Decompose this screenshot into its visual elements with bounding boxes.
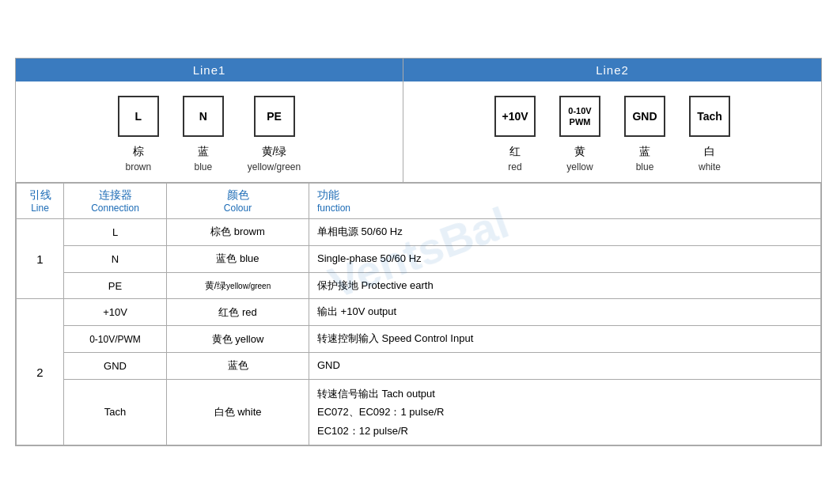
line2-header: Line2	[403, 59, 821, 81]
table-row: 1 L 棕色 browm 单相电源 50/60 Hz	[17, 219, 821, 246]
connector-box-PWM: 0-10VPWM	[559, 96, 600, 137]
main-container: Line1 L 棕 brown N 蓝 blue	[15, 58, 822, 446]
td-conn-pwm: 0-10V/PWM	[64, 326, 167, 353]
th-func-en: function	[317, 203, 812, 214]
line2-label: Line2	[596, 63, 629, 77]
connector-N: N 蓝 blue	[183, 96, 224, 182]
table-row: 0-10V/PWM 黄色 yellow 转速控制输入 Speed Control…	[17, 326, 821, 353]
th-colour: 颜色 Colour	[167, 184, 309, 219]
connector-label-N: 蓝 blue	[194, 143, 212, 182]
connector-box-L: L	[118, 96, 159, 137]
connector-box-PE: PE	[254, 96, 295, 137]
table-row: GND 蓝色 GND	[17, 353, 821, 380]
td-func-L: 单相电源 50/60 Hz	[309, 219, 821, 246]
th-conn: 连接器 Connection	[64, 184, 167, 219]
td-func-tach: 转速信号输出 Tach output EC072、EC092：1 pulse/R…	[309, 379, 821, 445]
table-row: Tach 白色 white 转速信号输出 Tach output EC072、E…	[17, 379, 821, 445]
td-func-PE: 保护接地 Protective earth	[309, 272, 821, 299]
connector-10V: +10V 红 red	[494, 96, 536, 182]
line1-header: Line1	[16, 59, 403, 81]
table-row: PE 黄/绿yellow/green 保护接地 Protective earth	[17, 272, 821, 299]
td-func-gnd: GND	[309, 353, 821, 380]
td-conn-10V: +10V	[64, 299, 167, 326]
td-line-2: 2	[17, 299, 64, 445]
table-row: 2 +10V 红色 red 输出 +10V output	[17, 299, 821, 326]
connector-label-L: 棕 brown	[125, 143, 151, 182]
connector-PE: PE 黄/绿 yellow/green	[248, 96, 301, 182]
td-colour-PE: 黄/绿yellow/green	[167, 272, 309, 299]
connector-PWM: 0-10VPWM 黄 yellow	[559, 96, 600, 182]
connector-Tach: Tach 白 white	[689, 96, 730, 182]
connector-box-Tach: Tach	[689, 96, 730, 137]
table-row: N 蓝色 blue Single-phase 50/60 Hz	[17, 245, 821, 272]
th-func-cn: 功能	[317, 188, 812, 203]
connector-label-PWM: 黄 yellow	[566, 143, 593, 182]
th-colour-en: Colour	[175, 203, 301, 214]
td-conn-gnd: GND	[64, 353, 167, 380]
td-func-10V: 输出 +10V output	[309, 299, 821, 326]
line2-block: Line2 +10V 红 red 0-10VPWM 黄 yellow	[403, 59, 821, 182]
td-colour-10V: 红色 red	[167, 299, 309, 326]
th-func: 功能 function	[309, 184, 821, 219]
connector-box-10V: +10V	[494, 96, 536, 137]
th-colour-cn: 颜色	[175, 188, 301, 203]
connector-label-GND: 蓝 blue	[636, 143, 654, 182]
td-conn-tach: Tach	[64, 379, 167, 445]
td-conn-PE: PE	[64, 272, 167, 299]
wire-table: 引线 Line 连接器 Connection 颜色 Colour 功能 func…	[16, 183, 821, 445]
td-colour-L: 棕色 browm	[167, 219, 309, 246]
th-line: 引线 Line	[17, 184, 64, 219]
td-colour-pwm: 黄色 yellow	[167, 326, 309, 353]
th-line-en: Line	[25, 203, 55, 214]
td-colour-gnd: 蓝色	[167, 353, 309, 380]
table-header-row: 引线 Line 连接器 Connection 颜色 Colour 功能 func…	[17, 184, 821, 219]
connector-L: L 棕 brown	[118, 96, 159, 182]
td-conn-N: N	[64, 245, 167, 272]
line1-connectors: L 棕 brown N 蓝 blue PE 黄/绿	[16, 81, 403, 182]
connector-label-PE: 黄/绿 yellow/green	[248, 143, 301, 182]
td-colour-tach: 白色 white	[167, 379, 309, 445]
connector-label-Tach: 白 white	[699, 143, 721, 182]
connector-GND: GND 蓝 blue	[624, 96, 665, 182]
td-func-pwm: 转速控制输入 Speed Control Input	[309, 326, 821, 353]
td-colour-N: 蓝色 blue	[167, 245, 309, 272]
td-line-1: 1	[17, 219, 64, 299]
th-conn-en: Connection	[72, 203, 158, 214]
td-func-N: Single-phase 50/60 Hz	[309, 245, 821, 272]
line2-connectors: +10V 红 red 0-10VPWM 黄 yellow GND	[403, 81, 821, 182]
connector-box-GND: GND	[624, 96, 665, 137]
connector-box-N: N	[183, 96, 224, 137]
line1-block: Line1 L 棕 brown N 蓝 blue	[16, 59, 403, 182]
diagram-section: Line1 L 棕 brown N 蓝 blue	[16, 59, 821, 183]
th-line-cn: 引线	[25, 188, 55, 203]
table-body: 1 L 棕色 browm 单相电源 50/60 Hz N 蓝色 blue Sin…	[17, 219, 821, 445]
connector-label-10V: 红 red	[508, 143, 521, 182]
line1-label: Line1	[193, 63, 226, 77]
th-conn-cn: 连接器	[72, 188, 158, 203]
td-conn-L: L	[64, 219, 167, 246]
